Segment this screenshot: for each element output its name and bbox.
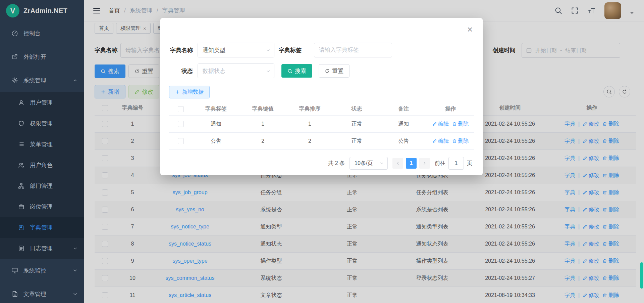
page-word: 页 [467,160,472,167]
dict-name-label: 字典名称 [169,46,193,54]
trash-icon [452,139,457,143]
selected-value: 10条/页 [355,160,373,167]
page-number-current[interactable]: 1 [406,158,417,169]
prev-page-button[interactable] [392,158,403,169]
scrollbar-thumb[interactable] [640,262,643,289]
chevron-down-icon [266,69,271,74]
delete-link[interactable]: 删除 [452,138,469,145]
label-cell: 公告 [193,138,239,145]
total-count: 共 2 条 [328,160,345,167]
refresh-icon [325,69,330,74]
edit-link[interactable]: 编辑 [432,121,449,128]
row-checkbox[interactable] [178,121,184,127]
modal-search-button[interactable]: 搜索 [281,64,312,78]
chevron-down-icon [266,48,271,53]
table-header-row: 字典标签 字典键值 字典排序 状态 备注 操作 [169,103,474,116]
row-actions: 编辑 删除 [427,138,474,145]
table-row: 公告 2 2 正常 公告 编辑 删除 [169,133,474,150]
label-cell: 通知 [193,121,239,128]
dict-label-label: 字典标签 [278,46,302,54]
pagination: 共 2 条 10条/页 1 前往 页 [328,157,472,170]
dict-data-table: 字典标签 字典键值 字典排序 状态 备注 操作 通知 1 1 正常 通知 编辑 [169,103,474,150]
modal-reset-button[interactable]: 重置 [319,64,350,78]
column-header-ops: 操作 [427,105,474,113]
table-row: 通知 1 1 正常 通知 编辑 删除 [169,116,474,133]
column-header-value: 字典键值 [239,105,286,113]
pager: 1 [392,158,430,169]
status-cell: 正常 [333,121,380,128]
next-page-button[interactable] [419,158,430,169]
add-data-button[interactable]: 新增数据 [169,86,210,98]
remark-cell: 公告 [380,138,427,145]
close-icon[interactable]: × [467,25,473,34]
status-label: 状态 [169,67,193,75]
value-cell: 2 [239,138,286,144]
row-checkbox[interactable] [178,138,184,144]
value-cell: 1 [239,121,286,127]
modal-filter-row-2: 状态 数据状态 搜索 重置 [169,63,350,78]
search-icon [287,69,292,74]
goto-page-input[interactable] [448,157,464,170]
goto-page: 前往 页 [435,157,472,170]
select-all-checkbox[interactable] [178,106,184,112]
sort-cell: 1 [286,121,333,127]
column-header-sort: 字典排序 [286,105,333,113]
status-select[interactable]: 数据状态 [198,63,274,78]
plus-icon [175,90,180,94]
goto-label: 前往 [435,160,445,167]
sort-cell: 2 [286,138,333,144]
trash-icon [452,122,457,126]
dict-label-input[interactable] [314,43,392,57]
select-placeholder: 数据状态 [203,67,225,75]
chevron-down-icon [379,161,384,166]
row-actions: 编辑 删除 [427,121,474,128]
column-header-remark: 备注 [380,105,427,113]
status-cell: 正常 [333,138,380,145]
pencil-icon [432,122,437,126]
chevron-left-icon [395,161,400,166]
column-header-label: 字典标签 [193,105,239,113]
remark-cell: 通知 [380,121,427,128]
page-size-select[interactable]: 10条/页 [350,157,388,170]
edit-link[interactable]: 编辑 [432,138,449,145]
column-header-status: 状态 [333,105,380,113]
modal-filter-row-1: 字典名称 通知类型 字典标签 [169,43,392,57]
selected-value: 通知类型 [203,46,225,54]
dict-name-select[interactable]: 通知类型 [198,43,274,57]
delete-link[interactable]: 删除 [452,121,469,128]
chevron-right-icon [422,161,427,166]
dict-data-dialog: × 字典名称 通知类型 字典标签 状态 数据状态 搜索 重置 新增数据 字典标 [160,18,483,175]
pencil-icon [432,139,437,143]
